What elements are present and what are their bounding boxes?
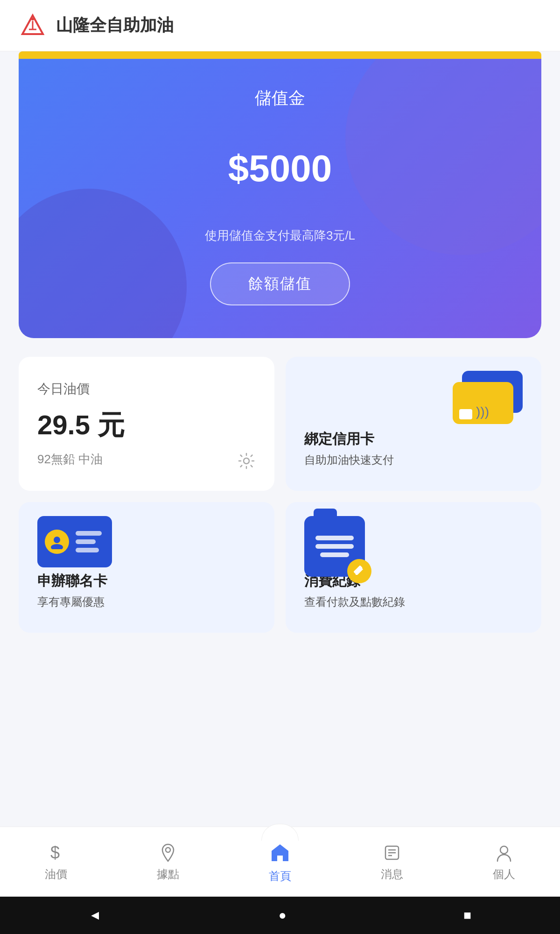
recharge-button[interactable]: 餘額儲值 [210, 262, 350, 305]
record-subtitle: 查看付款及點數紀錄 [304, 594, 523, 609]
svg-point-4 [244, 458, 249, 464]
svg-point-5 [54, 537, 60, 543]
app-title: 山隆全自助加油 [56, 14, 174, 37]
news-icon [382, 842, 402, 863]
profile-icon [494, 842, 514, 863]
svg-point-9 [166, 848, 170, 852]
credit-card-subtitle: 自助加油快速支付 [304, 453, 394, 467]
svg-text:$: $ [50, 843, 60, 862]
nav-label-home: 首頁 [269, 869, 291, 884]
yellow-accent-bar [19, 51, 541, 59]
system-nav-bar: ◄ ● ■ [0, 897, 560, 934]
card-subtitle: 使用儲值金支付最高降3元/L [205, 227, 355, 244]
settings-icon[interactable] [237, 452, 256, 472]
home-button[interactable]: ● [279, 908, 287, 923]
nav-item-home[interactable]: 首頁 [224, 841, 336, 884]
bottom-nav: $ 油價 據點 首頁 消息 個人 [0, 827, 560, 897]
oil-price-label: 今日油價 [37, 380, 256, 398]
nav-label-oil: 油價 [45, 867, 67, 882]
recent-button[interactable]: ■ [463, 908, 471, 923]
app-logo-icon [19, 12, 47, 40]
record-icon [304, 516, 370, 581]
nav-item-points[interactable]: 據點 [112, 842, 224, 882]
card-amount: $5000 [228, 147, 332, 190]
svg-point-14 [500, 846, 508, 854]
credit-card-title: 綁定信用卡 [304, 430, 374, 449]
card-label: 儲值金 [255, 87, 305, 110]
oil-type: 92無鉛 中油 [37, 451, 256, 467]
dollar-icon: $ [46, 842, 66, 863]
nav-item-profile[interactable]: 個人 [448, 842, 560, 882]
location-icon [158, 842, 178, 863]
balance-card: 儲值金 $5000 使用儲值金支付最高降3元/L 餘額儲值 [19, 59, 541, 338]
home-icon [268, 841, 292, 865]
credit-card-icon: ))) [453, 371, 527, 427]
nav-item-oil[interactable]: $ 油價 [0, 842, 112, 882]
member-card-title: 申辦聯名卡 [37, 572, 256, 591]
credit-card-tile[interactable]: ))) 綁定信用卡 自助加油快速支付 [286, 357, 541, 491]
nav-item-news[interactable]: 消息 [336, 842, 448, 882]
svg-point-3 [31, 18, 34, 21]
member-card-subtitle: 享有專屬優惠 [37, 594, 256, 609]
nav-label-profile: 個人 [493, 867, 515, 882]
nav-label-points: 據點 [157, 867, 179, 882]
nav-label-news: 消息 [381, 867, 403, 882]
oil-price-tile[interactable]: 今日油價 29.5 元 92無鉛 中油 [19, 357, 274, 491]
app-header: 山隆全自助加油 [0, 0, 560, 51]
oil-price-value: 29.5 元 [37, 407, 256, 444]
member-card-icon [37, 516, 112, 567]
grid-row-1: 今日油價 29.5 元 92無鉛 中油 ))) 綁定信用卡 自助加油快速支付 [0, 338, 560, 491]
record-tile[interactable]: 消費紀錄 查看付款及點數紀錄 [286, 502, 541, 633]
svg-point-6 [51, 544, 63, 549]
grid-row-2: 申辦聯名卡 享有專屬優惠 消費紀錄 [0, 491, 560, 633]
back-button[interactable]: ◄ [89, 908, 102, 923]
member-card-tile[interactable]: 申辦聯名卡 享有專屬優惠 [19, 502, 274, 633]
